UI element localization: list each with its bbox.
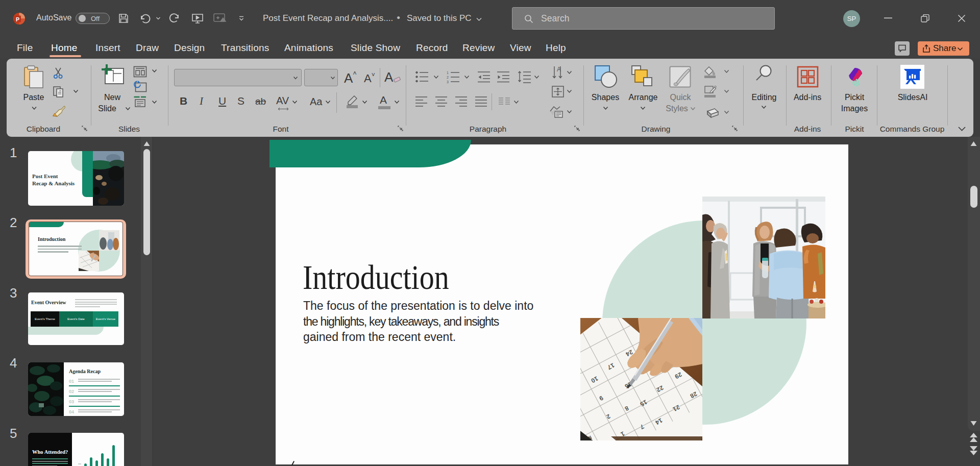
svg-text:3: 3 (447, 80, 449, 84)
svg-text:P: P (16, 16, 19, 22)
svg-text:2: 2 (447, 76, 449, 79)
svg-text:A: A (557, 66, 561, 73)
svg-text:1: 1 (447, 71, 449, 75)
